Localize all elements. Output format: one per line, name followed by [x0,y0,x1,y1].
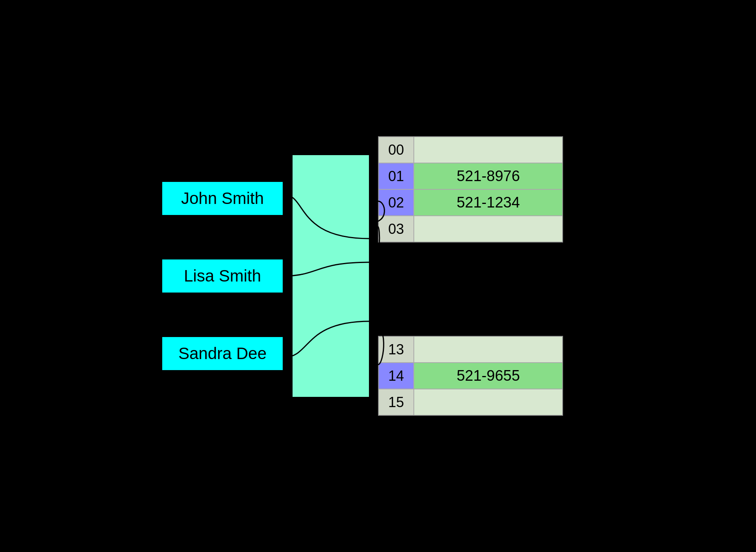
person-name-lisa: Lisa Smith [184,267,261,285]
hash-value [414,389,562,415]
person-label-john: John Smith [161,181,284,216]
person-name-john: John Smith [181,189,264,207]
table-row: 15 [379,389,562,415]
table-row: 14 521-9655 [379,363,562,389]
hash-table-top: 00 01 521-8976 02 [378,136,563,243]
hash-value: 521-8976 [414,163,562,189]
hash-value: 521-9655 [414,363,562,389]
hash-value: 521-1234 [414,190,562,215]
hash-index: 02 [379,190,414,215]
hash-table-bottom: 13 14 521-9655 15 [378,336,563,416]
person-label-lisa: Lisa Smith [161,259,284,293]
table-row: 03 [379,216,562,242]
hash-index: 14 [379,363,414,389]
table-row: 02 521-1234 [379,190,562,216]
hash-index: 00 [379,137,414,163]
hash-index: 15 [379,389,414,415]
hash-block [291,154,370,398]
hash-index: 01 [379,163,414,189]
person-label-sandra: Sandra Dee [161,336,284,371]
hash-value [414,216,562,242]
hash-index: 13 [379,337,414,362]
persons-column: John Smith Lisa Smith Sandra Dee [161,128,284,424]
table-row: 13 [379,337,562,363]
person-name-sandra: Sandra Dee [178,344,267,363]
table-row: 00 [379,137,562,163]
hash-index: 03 [379,216,414,242]
hash-value [414,137,562,163]
tables-column: 00 01 521-8976 02 [378,128,563,424]
table-row: 01 521-8976 [379,163,562,190]
hash-value [414,337,562,362]
